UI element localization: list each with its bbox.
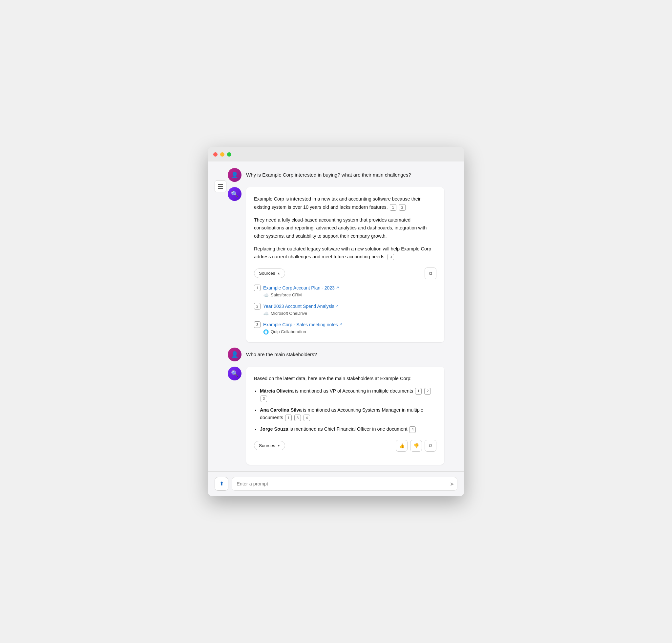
- sources-label: Sources: [259, 443, 275, 448]
- sources-section: Sources ▼ 👍 👎: [254, 440, 437, 452]
- user-question: Why is Example Corp interested in buying…: [246, 168, 411, 179]
- source-link[interactable]: Year 2023 Account Spend Analysis ↗: [263, 304, 339, 309]
- minimize-button[interactable]: [220, 152, 224, 157]
- maximize-button[interactable]: [227, 152, 231, 157]
- citation-badge[interactable]: 1: [415, 388, 421, 395]
- citation-badge[interactable]: 1: [390, 204, 396, 211]
- thumbs-up-button[interactable]: 👍: [396, 440, 407, 452]
- copy-button[interactable]: ⧉: [425, 440, 437, 452]
- user-question: Who are the main stakeholders?: [246, 348, 317, 359]
- stakeholder-name: Ana Carolina Silva: [260, 407, 302, 413]
- list-item: Jorge Souza is mentioned as Chief Financ…: [260, 425, 437, 433]
- response-paragraph-1: Example Corp is interested in a new tax …: [254, 195, 437, 211]
- user-icon: 👤: [231, 351, 238, 358]
- sources-toggle-row: Sources ▲ ⧉: [254, 267, 437, 279]
- list-item: Ana Carolina Silva is mentioned as Accou…: [260, 407, 437, 422]
- citation-badge[interactable]: 4: [409, 426, 416, 433]
- send-button[interactable]: ➤: [450, 481, 454, 487]
- provider-name: Salesforce CRM: [271, 292, 302, 298]
- stakeholder-name: Márcia Oliveira: [260, 388, 294, 393]
- sources-toggle-row: Sources ▼ 👍 👎: [254, 440, 437, 452]
- sources-toggle-button[interactable]: Sources ▲: [254, 268, 285, 278]
- source-item-header: 3 Example Corp - Sales meeting notes ↗: [254, 322, 437, 328]
- bottom-bar: ⬆ ➤: [208, 471, 464, 496]
- stakeholder-description: is mentioned as VP of Accounting in mult…: [295, 388, 414, 393]
- quip-icon: 🌐: [263, 329, 269, 335]
- source-item: 2 Year 2023 Account Spend Analysis ↗ ☁️ …: [254, 303, 437, 316]
- source-number: 2: [254, 303, 260, 310]
- thumbs-up-icon: 👍: [399, 443, 405, 448]
- ai-response-card: Based on the latest data, here are the m…: [246, 367, 444, 465]
- source-item: 1 Example Corp Account Plan - 2023 ↗ ☁️ …: [254, 284, 437, 298]
- action-buttons: ⧉: [425, 267, 437, 279]
- user-avatar: 👤: [228, 168, 242, 182]
- external-link-icon: ↗: [336, 286, 339, 290]
- list-item: Márcia Oliveira is mentioned as VP of Ac…: [260, 387, 437, 402]
- onedrive-icon: ☁️: [263, 311, 269, 316]
- send-icon: ➤: [450, 481, 454, 487]
- source-title: Year 2023 Account Spend Analysis: [263, 304, 334, 309]
- action-buttons: 👍 👎 ⧉: [396, 440, 437, 452]
- response-paragraph-3: Replacing their outdated legacy software…: [254, 245, 437, 261]
- source-provider: ☁️ Salesforce CRM: [254, 292, 437, 298]
- ai-avatar: 🔍: [228, 187, 242, 201]
- source-title: Example Corp - Sales meeting notes: [263, 322, 338, 327]
- source-provider: ☁️ Microsoft OneDrive: [254, 311, 437, 316]
- app-window: 👤 Why is Example Corp interested in buyi…: [208, 147, 464, 496]
- copy-icon: ⧉: [429, 270, 432, 276]
- citation-badge[interactable]: 3: [388, 254, 394, 260]
- user-message-row: 👤 Who are the main stakeholders?: [228, 348, 444, 361]
- thumbs-down-icon: 👎: [413, 443, 419, 448]
- chat-area: 👤 Why is Example Corp interested in buyi…: [208, 161, 464, 471]
- ai-icon: 🔍: [231, 370, 238, 377]
- prompt-wrapper: ➤: [232, 477, 457, 491]
- stakeholders-list: Márcia Oliveira is mentioned as VP of Ac…: [254, 387, 437, 433]
- external-link-icon: ↗: [336, 304, 339, 308]
- sources-section: Sources ▲ ⧉: [254, 267, 437, 335]
- titlebar: [208, 147, 464, 161]
- user-message-row: 👤 Why is Example Corp interested in buyi…: [228, 168, 444, 182]
- citation-badge[interactable]: 3: [294, 414, 301, 421]
- citation-badge[interactable]: 2: [399, 204, 405, 211]
- stakeholder-description: is mentioned as Chief Financial Officer …: [290, 426, 408, 432]
- citation-badge[interactable]: 1: [285, 414, 292, 421]
- ai-message-row: 🔍 Example Corp is interested in a new ta…: [228, 187, 444, 342]
- prompt-input[interactable]: [232, 477, 457, 491]
- sources-toggle-button[interactable]: Sources ▼: [254, 441, 285, 450]
- citation-badge[interactable]: 4: [304, 414, 310, 421]
- source-item-header: 2 Year 2023 Account Spend Analysis ↗: [254, 303, 437, 310]
- provider-name: Quip Collaboration: [271, 329, 306, 334]
- ai-message-row: 🔍 Based on the latest data, here are the…: [228, 367, 444, 465]
- source-number: 1: [254, 284, 260, 291]
- ai-response-card: Example Corp is interested in a new tax …: [246, 187, 444, 342]
- response-intro: Based on the latest data, here are the m…: [254, 375, 437, 383]
- response-paragraph-2: They need a fully cloud-based accounting…: [254, 216, 437, 240]
- thumbs-down-button[interactable]: 👎: [410, 440, 422, 452]
- copy-icon: ⧉: [429, 443, 432, 448]
- user-icon: 👤: [231, 171, 238, 179]
- source-provider: 🌐 Quip Collaboration: [254, 329, 437, 335]
- user-avatar: 👤: [228, 348, 242, 361]
- source-link[interactable]: Example Corp - Sales meeting notes ↗: [263, 322, 342, 327]
- source-list: 1 Example Corp Account Plan - 2023 ↗ ☁️ …: [254, 284, 437, 335]
- sources-label: Sources: [259, 271, 275, 276]
- source-link[interactable]: Example Corp Account Plan - 2023 ↗: [263, 285, 339, 291]
- copy-button[interactable]: ⧉: [425, 267, 437, 279]
- close-button[interactable]: [213, 152, 218, 157]
- citation-badge[interactable]: 2: [424, 388, 431, 395]
- source-item: 3 Example Corp - Sales meeting notes ↗ 🌐…: [254, 322, 437, 335]
- stakeholder-name: Jorge Souza: [260, 426, 288, 432]
- external-link-icon: ↗: [339, 322, 342, 327]
- upload-button[interactable]: ⬆: [215, 477, 228, 491]
- upload-icon: ⬆: [220, 481, 224, 487]
- ai-avatar: 🔍: [228, 367, 242, 380]
- citation-badge[interactable]: 3: [260, 396, 267, 402]
- chevron-down-icon: ▼: [277, 444, 281, 447]
- chevron-up-icon: ▲: [277, 271, 281, 275]
- source-number: 3: [254, 322, 260, 328]
- source-title: Example Corp Account Plan - 2023: [263, 285, 335, 291]
- ai-icon: 🔍: [231, 190, 238, 197]
- provider-name: Microsoft OneDrive: [271, 311, 307, 316]
- salesforce-icon: ☁️: [263, 292, 269, 298]
- source-item-header: 1 Example Corp Account Plan - 2023 ↗: [254, 284, 437, 291]
